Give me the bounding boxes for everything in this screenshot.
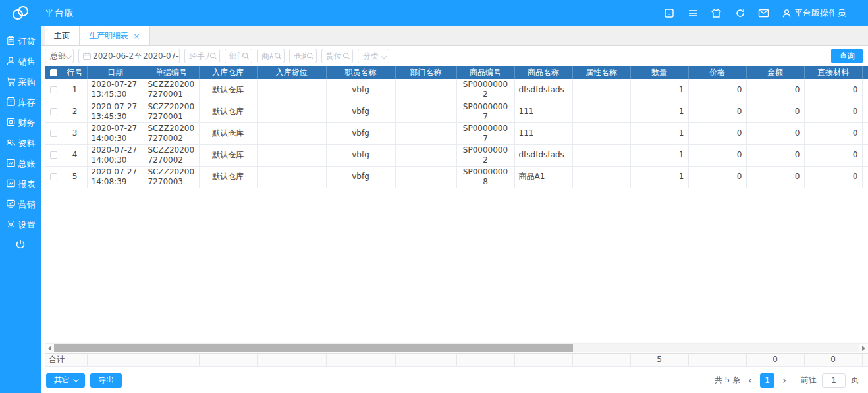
cell-department: [395, 122, 456, 144]
column-header[interactable]: 部门名称: [395, 66, 456, 79]
page-number-button[interactable]: 1: [760, 373, 774, 388]
sidebar-item-6[interactable]: 资料: [0, 133, 41, 153]
row-checkbox[interactable]: [50, 130, 57, 137]
sidebar-nav: 订货销售采购库存财务资料总账报表营销设置: [0, 26, 41, 393]
column-header[interactable]: 行号: [63, 66, 87, 79]
table-row[interactable]: 32020-07-27 14:00:30SCZZ202007270002默认仓库…: [45, 122, 868, 144]
column-header[interactable]: 商品编号: [456, 66, 514, 79]
sidebar-item-8[interactable]: 报表: [0, 174, 41, 194]
column-header[interactable]: 数量: [630, 66, 688, 79]
column-header[interactable]: 日期: [87, 66, 144, 79]
cell-material: 0: [804, 122, 862, 144]
query-button[interactable]: 查询: [831, 49, 863, 63]
prev-page-button[interactable]: ‹: [746, 375, 755, 386]
column-header[interactable]: 属性名称: [572, 66, 630, 79]
total-count-text: 共 5 条: [715, 375, 740, 386]
cell-goods_name: dfsdfdsfads: [514, 79, 572, 101]
sidebar-item-7[interactable]: 总账: [0, 153, 41, 174]
sidebar-item-1[interactable]: 订货: [0, 31, 41, 51]
bottom-toolbar: 其它 导出 共 5 条 ‹ 1 › 前往 页: [41, 367, 868, 393]
date-separator: 至: [134, 51, 142, 62]
refresh-icon[interactable]: [734, 8, 746, 19]
column-header[interactable]: 入库货位: [257, 66, 326, 79]
table-row[interactable]: 12020-07-27 13:45:30SCZZ202007270001默认仓库…: [45, 79, 868, 101]
org-select[interactable]: 总部: [45, 49, 74, 63]
row-checkbox[interactable]: [50, 151, 57, 159]
export-button[interactable]: 导出: [90, 373, 122, 388]
other-button[interactable]: 其它: [46, 373, 85, 388]
cell-department: [395, 79, 456, 101]
warehouse-search-input[interactable]: [290, 49, 316, 63]
sidebar-item-2[interactable]: 销售: [0, 51, 41, 72]
sidebar-item-3[interactable]: 采购: [0, 72, 41, 92]
date-range-picker[interactable]: 2020-06-2 至 2020-07-2: [78, 49, 180, 63]
cell-department: [395, 101, 456, 122]
data-table-region: 行号日期单据编号入库仓库入库货位职员名称部门名称商品编号商品名称属性名称数量价格…: [41, 66, 868, 188]
scrollbar-track[interactable]: [54, 344, 859, 352]
cell-labor: 0: [862, 79, 868, 101]
tab-home[interactable]: 主页: [45, 26, 80, 45]
column-header[interactable]: 价格: [688, 66, 746, 79]
sidebar-item-5[interactable]: 财务: [0, 113, 41, 133]
dept-search-box: [225, 49, 252, 63]
horizontal-scrollbar: [45, 343, 868, 353]
next-page-button[interactable]: ›: [780, 375, 789, 386]
cell-doc_no: SCZZ202007270001: [144, 101, 199, 122]
user-menu[interactable]: 平台版操作员: [782, 7, 846, 19]
table-row[interactable]: 22020-07-27 13:45:30SCZZ202007270001默认仓库…: [45, 101, 868, 122]
sidebar-item-label: 采购: [18, 76, 36, 88]
row-checkbox[interactable]: [50, 173, 57, 180]
column-header[interactable]: 金额: [746, 66, 804, 79]
tab-close-icon[interactable]: ×: [133, 31, 140, 41]
cell-date: 2020-07-27 14:00:30: [87, 122, 144, 144]
row-checkbox[interactable]: [50, 108, 57, 115]
cell-attribute: [572, 79, 630, 101]
goto-page-input[interactable]: [822, 373, 846, 388]
column-header[interactable]: 单据编号: [144, 66, 199, 79]
goods-search-input[interactable]: [258, 49, 284, 63]
dept-search-input[interactable]: [225, 49, 252, 63]
summary-qty: 5: [630, 354, 688, 367]
summary-goods-name: [514, 354, 572, 367]
goto-label: 前往: [801, 375, 817, 386]
location-search-input[interactable]: [322, 49, 352, 63]
sidebar-item-10[interactable]: 设置: [0, 215, 41, 235]
column-header[interactable]: 职员名称: [326, 66, 395, 79]
cell-qty: 1: [630, 79, 688, 101]
cell-qty: 1: [630, 122, 688, 144]
summary-labor: 0: [862, 354, 868, 367]
message-icon[interactable]: [758, 8, 769, 19]
sidebar-item-9[interactable]: 营销: [0, 194, 41, 215]
category-select[interactable]: 分类: [358, 49, 389, 63]
column-header[interactable]: 直接人工: [862, 66, 868, 79]
scroll-right-arrow[interactable]: [859, 344, 868, 353]
summary-attribute: [572, 354, 630, 367]
row-checkbox[interactable]: [50, 86, 57, 93]
app-title: 平台版: [45, 7, 74, 19]
table-row[interactable]: 52020-07-27 14:08:39SCZZ202007270003默认仓库…: [45, 166, 868, 188]
cell-price: 0: [688, 144, 746, 166]
tab-production-detail[interactable]: 生产明细表 ×: [80, 26, 150, 45]
cell-row_no: 1: [63, 79, 87, 101]
column-header[interactable]: 商品名称: [514, 66, 572, 79]
logout-power-button[interactable]: [0, 235, 41, 255]
filter-bar: 总部 2020-06-2 至 2020-07-2: [41, 46, 868, 66]
column-header[interactable]: 直接材料: [804, 66, 862, 79]
workbench-icon[interactable]: [663, 8, 674, 19]
handler-search-input[interactable]: [185, 49, 219, 63]
scroll-left-arrow[interactable]: [45, 344, 54, 353]
theme-icon[interactable]: [711, 8, 722, 19]
cell-employee: vbfg: [326, 79, 395, 101]
table-row[interactable]: 42020-07-27 14:00:30SCZZ202007270002默认仓库…: [45, 144, 868, 166]
select-all-checkbox[interactable]: [50, 69, 57, 76]
sidebar-item-label: 报表: [18, 178, 36, 190]
scrollbar-thumb[interactable]: [54, 344, 573, 352]
cell-date: 2020-07-27 14:08:39: [87, 166, 144, 188]
cell-warehouse: 默认仓库: [199, 101, 257, 122]
category-select-placeholder: 分类: [363, 51, 379, 62]
sidebar-item-4[interactable]: 库存: [0, 92, 41, 113]
menu-icon[interactable]: [687, 8, 698, 19]
cell-doc_no: SCZZ202007270003: [144, 166, 199, 188]
column-header[interactable]: 入库仓库: [199, 66, 257, 79]
cell-labor: 0: [862, 101, 868, 122]
